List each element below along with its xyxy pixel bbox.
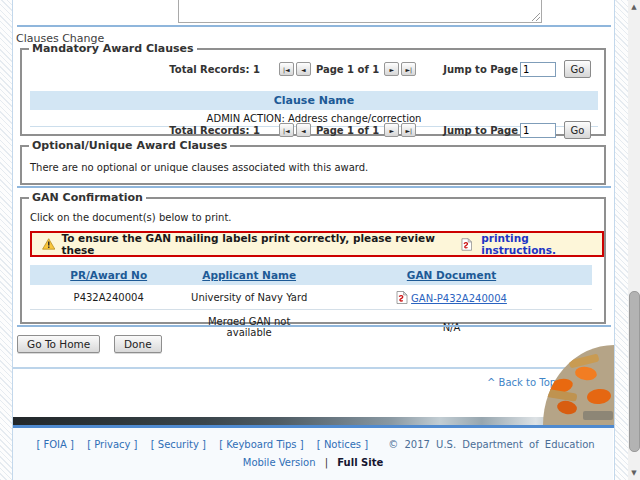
textarea-resize-grip-icon[interactable] — [530, 11, 540, 21]
mobile-version-link[interactable]: Mobile Version — [243, 457, 316, 468]
footer-separator: | — [325, 457, 328, 468]
go-button[interactable]: Go — [564, 121, 591, 139]
gan-document-header[interactable]: GAN Document — [311, 265, 592, 285]
last-page-button[interactable]: ►| — [401, 123, 416, 137]
vertical-scrollbar[interactable]: ▲ ▼ — [628, 0, 640, 480]
next-page-button[interactable]: ► — [384, 62, 399, 76]
last-page-icon: ►| — [405, 127, 412, 134]
warning-triangle-icon — [42, 238, 55, 250]
pr-award-no-cell: P432A240004 — [30, 285, 187, 310]
mandatory-award-clauses-legend: Mandatory Award Clauses — [29, 42, 197, 55]
last-page-button[interactable]: ►| — [401, 62, 416, 76]
left-margin-pattern — [0, 0, 12, 480]
go-button[interactable]: Go — [564, 60, 591, 78]
jump-to-page-input[interactable] — [520, 123, 556, 138]
photo-chair-shape — [574, 366, 598, 382]
photo-desk-shape — [543, 388, 577, 401]
pagination-bottom: Total Records: 1 |◄ ◄ Page 1 of 1 ► ►| J… — [165, 121, 591, 139]
first-page-icon: |◄ — [283, 66, 290, 73]
prev-page-icon: ◄ — [301, 66, 306, 73]
gan-table-header-row: PR/Award No Applicant Name GAN Document — [30, 265, 592, 285]
scrollbar-thumb[interactable] — [629, 291, 640, 452]
printing-instructions-link[interactable]: printing instructions. — [481, 232, 602, 256]
footer: [ FOIA ] [ Privacy ] [ Security ] [ Keyb… — [13, 428, 613, 480]
footer-link-security[interactable]: [ Security ] — [151, 439, 206, 450]
jump-to-page-label: Jump to Page — [443, 64, 518, 75]
clause-name-header[interactable]: Clause Name — [30, 91, 598, 110]
classroom-photo — [543, 345, 614, 425]
footer-links-row: [ FOIA ] [ Privacy ] [ Security ] [ Keyb… — [13, 439, 613, 450]
optional-award-clauses-legend: Optional/Unique Award Clauses — [29, 139, 230, 152]
first-page-icon: |◄ — [283, 127, 290, 134]
applicant-name-header[interactable]: Applicant Name — [187, 265, 311, 285]
back-to-top-link[interactable]: ^ Back to Top — [487, 377, 556, 388]
jump-to-page-label: Jump to Page — [443, 125, 518, 136]
printing-warning-box: To ensure the GAN mailing labels print c… — [30, 231, 604, 257]
section-divider — [17, 325, 611, 327]
section-divider — [17, 25, 611, 27]
jump-to-page-input[interactable] — [520, 62, 556, 77]
last-page-icon: ►| — [405, 66, 412, 73]
mandatory-award-clauses-fieldset: Mandatory Award Clauses Total Records: 1… — [20, 42, 606, 136]
next-page-icon: ► — [389, 66, 394, 73]
footer-mobile-row: Mobile Version | Full Site — [13, 457, 613, 468]
footer-blue-rule — [13, 425, 614, 428]
first-page-button[interactable]: |◄ — [279, 123, 294, 137]
footer-link-foia[interactable]: [ FOIA ] — [36, 439, 74, 450]
next-page-button[interactable]: ► — [384, 123, 399, 137]
done-button[interactable]: Done — [114, 335, 162, 353]
pdf-icon — [396, 291, 408, 304]
photo-chair-shape — [556, 399, 578, 415]
scroll-up-icon[interactable]: ▲ — [628, 1, 640, 13]
full-site-label: Full Site — [337, 457, 383, 468]
prev-page-button[interactable]: ◄ — [296, 123, 311, 137]
applicant-name-cell: University of Navy Yard — [187, 285, 311, 310]
copyright-text: © 2017 U.S. Department of Education — [388, 439, 594, 450]
first-page-button[interactable]: |◄ — [279, 62, 294, 76]
pagination-top: Total Records: 1 |◄ ◄ Page 1 of 1 ► ►| J… — [165, 60, 591, 78]
go-to-home-button[interactable]: Go To Home — [17, 335, 100, 353]
content-bottom-border — [13, 367, 614, 369]
comments-textarea[interactable] — [178, 0, 542, 23]
gan-document-link[interactable]: GAN-P432A240004 — [411, 293, 507, 304]
content-column: Clauses Change Mandatory Award Clauses T… — [12, 0, 615, 480]
section-divider — [17, 186, 611, 188]
photo-floor-shape — [583, 411, 613, 420]
prev-page-button[interactable]: ◄ — [296, 62, 311, 76]
pdf-icon — [461, 238, 473, 251]
footer-link-keyboard-tips[interactable]: [ Keyboard Tips ] — [219, 439, 303, 450]
optional-award-clauses-fieldset: Optional/Unique Award Clauses There are … — [20, 139, 606, 185]
footer-photo-strip — [13, 417, 614, 425]
footer-link-notices[interactable]: [ Notices ] — [317, 439, 368, 450]
prev-page-icon: ◄ — [301, 127, 306, 134]
right-margin-pattern — [614, 0, 628, 480]
gan-document-table: PR/Award No Applicant Name GAN Document … — [30, 265, 592, 343]
footer-link-privacy[interactable]: [ Privacy ] — [87, 439, 137, 450]
page-indicator: Page 1 of 1 — [316, 64, 379, 75]
next-page-icon: ► — [389, 127, 394, 134]
print-instruction-text: Click on the document(s) below to print. — [30, 212, 232, 223]
total-records-label: Total Records: 1 — [169, 125, 260, 136]
total-records-label: Total Records: 1 — [169, 64, 260, 75]
gan-table-row: P432A240004 University of Navy Yard GAN-… — [30, 285, 592, 310]
warning-text: To ensure the GAN mailing labels print c… — [61, 232, 454, 256]
no-optional-clauses-message: There are no optional or unique clauses … — [30, 162, 368, 173]
photo-chair-shape — [586, 388, 611, 405]
scroll-down-icon[interactable]: ▼ — [628, 467, 640, 479]
pr-award-no-header[interactable]: PR/Award No — [30, 265, 187, 285]
gan-confirmation-fieldset: GAN Confirmation Click on the document(s… — [20, 191, 606, 324]
gan-document-cell: GAN-P432A240004 — [311, 285, 592, 310]
gan-confirmation-legend: GAN Confirmation — [29, 191, 146, 204]
page-indicator: Page 1 of 1 — [316, 125, 379, 136]
